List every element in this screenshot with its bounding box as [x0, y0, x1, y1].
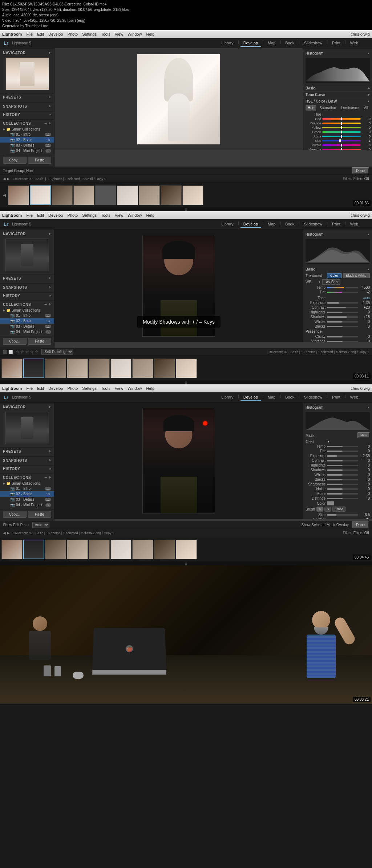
- filmstrip-thumb-3-4[interactable]: [67, 540, 88, 559]
- collection-mini-1[interactable]: 📷 04 - Mini Project 2: [0, 148, 54, 153]
- basic-header-1[interactable]: Basic ▶: [303, 85, 372, 91]
- presets-header-1[interactable]: Presets +: [0, 93, 54, 101]
- paste-btn-3[interactable]: Paste: [28, 511, 52, 518]
- filmstrip-thumb-1-5[interactable]: [95, 185, 116, 205]
- tab-library-1[interactable]: Library: [218, 40, 236, 47]
- hue-orange-track-1[interactable]: [322, 123, 361, 124]
- hue-blue-track-1[interactable]: [322, 140, 361, 141]
- tab-print-3[interactable]: Print: [329, 394, 343, 401]
- tab-web-2[interactable]: Web: [347, 221, 361, 228]
- history-header-1[interactable]: History ×: [0, 112, 54, 118]
- collection-intro-2[interactable]: 📷 01 - Intro 11: [0, 313, 54, 318]
- menu-view-3[interactable]: View: [115, 386, 124, 391]
- filmstrip-thumb-3-2[interactable]: [23, 540, 44, 559]
- collection-mini-2[interactable]: 📷 04 - Mini Project 2: [0, 329, 54, 335]
- collection-intro-1[interactable]: 📷 01 - Intro 11: [0, 132, 54, 137]
- nav-arrows-1[interactable]: ◀ ▶: [3, 177, 10, 181]
- mask-defringe-track-3[interactable]: [327, 498, 358, 499]
- menu-develop-3[interactable]: Develop: [48, 386, 63, 391]
- menu-settings-1[interactable]: Settings: [82, 32, 97, 36]
- menu-settings-2[interactable]: Settings: [82, 213, 97, 217]
- menu-window-3[interactable]: Window: [128, 386, 142, 391]
- presets-plus-1[interactable]: +: [48, 95, 51, 100]
- filmstrip-thumb-1-3[interactable]: [52, 185, 73, 205]
- mask-highlights-track-3[interactable]: [327, 465, 358, 466]
- filmstrip-thumb-2-4[interactable]: [67, 359, 88, 378]
- menu-view-1[interactable]: View: [115, 32, 124, 36]
- tab-map-1[interactable]: Map: [265, 40, 278, 47]
- histogram-header-3[interactable]: Histogram ▲: [303, 404, 372, 411]
- menu-photo-3[interactable]: Photo: [67, 386, 78, 391]
- color-picker-3[interactable]: [327, 501, 334, 505]
- filmstrip-thumb-1-1[interactable]: [8, 185, 29, 205]
- filmstrip-thumb-1-8[interactable]: [161, 185, 182, 205]
- mask-blacks-track-3[interactable]: [327, 479, 358, 480]
- hue-aqua-track-1[interactable]: [322, 136, 361, 137]
- filmstrip-thumb-3-6[interactable]: [110, 540, 132, 559]
- tab-develop-1[interactable]: Develop: [240, 40, 261, 47]
- brush-a-btn-3[interactable]: A: [316, 507, 323, 512]
- menu-window-2[interactable]: Window: [128, 213, 142, 217]
- filmstrip-thumb-2-8[interactable]: [154, 359, 175, 378]
- histogram-header-2[interactable]: Histogram ▲: [303, 231, 372, 237]
- filmstrip-thumb-2-1[interactable]: [1, 359, 23, 378]
- tab-develop-3[interactable]: Develop: [240, 394, 261, 401]
- filter-value-3[interactable]: Filters Off: [353, 531, 369, 535]
- hue-green-track-1[interactable]: [322, 131, 361, 133]
- snapshots-plus-2[interactable]: +: [48, 285, 51, 290]
- collection-basic-3[interactable]: 📷 02 - Basic 13: [0, 491, 54, 497]
- tab-print-1[interactable]: Print: [329, 40, 343, 47]
- tab-library-2[interactable]: Library: [218, 221, 236, 228]
- filmstrip-thumb-3-7[interactable]: [132, 540, 153, 559]
- histogram-header-1[interactable]: Histogram ▲: [303, 50, 372, 56]
- menu-window-1[interactable]: Window: [128, 32, 142, 36]
- hue-yellow-track-1[interactable]: [322, 127, 361, 128]
- mask-noise-track-3[interactable]: [327, 488, 358, 490]
- filmstrip-thumb-1-2[interactable]: [30, 185, 51, 205]
- smart-collections-3[interactable]: ▶ 📁 Smart Collections: [0, 481, 54, 486]
- highlights-track-2[interactable]: [327, 312, 358, 313]
- paste-btn-2[interactable]: Paste: [28, 338, 52, 345]
- copy-btn-3[interactable]: Copy...: [3, 511, 27, 518]
- navigator-header-2[interactable]: Navigator ▼: [0, 231, 54, 237]
- menu-view-2[interactable]: View: [115, 213, 124, 217]
- tab-develop-2[interactable]: Develop: [240, 221, 261, 228]
- size-track-3[interactable]: [327, 514, 358, 516]
- menu-file-2[interactable]: File: [26, 213, 33, 217]
- done-btn-1[interactable]: Done: [352, 167, 369, 174]
- hsl-tab-luminance-1[interactable]: Luminance: [339, 105, 361, 111]
- mask-whites-track-3[interactable]: [327, 474, 358, 476]
- collections-minus-2[interactable]: −: [44, 302, 47, 307]
- smart-collections-1[interactable]: ▶ 📁 Smart Collections: [0, 127, 54, 132]
- menu-help-1[interactable]: Help: [146, 32, 154, 36]
- copy-btn-1[interactable]: Copy...: [3, 157, 27, 164]
- effect-dropdown-3[interactable]: ▼: [327, 440, 330, 443]
- brush-b-btn-3[interactable]: B: [324, 507, 331, 512]
- tab-slideshow-2[interactable]: Slideshow: [301, 221, 325, 228]
- collections-plus-1[interactable]: +: [48, 121, 51, 126]
- auto-label-2[interactable]: Auto: [363, 296, 370, 300]
- snapshots-header-1[interactable]: Snapshots +: [0, 103, 54, 110]
- history-header-2[interactable]: History ×: [0, 293, 54, 299]
- done-btn-3[interactable]: Done: [352, 521, 369, 528]
- collections-minus-1[interactable]: −: [44, 121, 47, 126]
- collection-details-2[interactable]: 📷 03 - Details 11: [0, 324, 54, 329]
- filmstrip-thumb-1-4[interactable]: [73, 185, 94, 205]
- navigator-header-1[interactable]: Navigator ▼: [0, 50, 54, 56]
- hsl-tab-all-1[interactable]: All: [362, 105, 370, 111]
- filmstrip-thumb-3-5[interactable]: [89, 540, 110, 559]
- filmstrip-thumb-3-1[interactable]: [1, 540, 23, 559]
- tab-slideshow-1[interactable]: Slideshow: [301, 40, 325, 47]
- filmstrip-thumb-1-6[interactable]: [117, 185, 138, 205]
- filmstrip-thumb-1-7[interactable]: [139, 185, 160, 205]
- mask-tint-track-3[interactable]: [327, 451, 358, 452]
- nav-arrows-3[interactable]: ◀ ▶: [3, 531, 10, 535]
- menu-help-2[interactable]: Help: [146, 213, 154, 217]
- whites-track-2[interactable]: [327, 321, 358, 323]
- contrast-track-2[interactable]: [327, 307, 358, 308]
- smart-collections-2[interactable]: ▶ 📁 Smart Collections: [0, 308, 54, 313]
- mask-contrast-track-3[interactable]: [327, 460, 358, 461]
- hue-magenta-track-1[interactable]: [322, 149, 361, 150]
- menu-edit-3[interactable]: Edit: [37, 386, 44, 391]
- navigator-header-3[interactable]: Navigator ▼: [0, 404, 54, 410]
